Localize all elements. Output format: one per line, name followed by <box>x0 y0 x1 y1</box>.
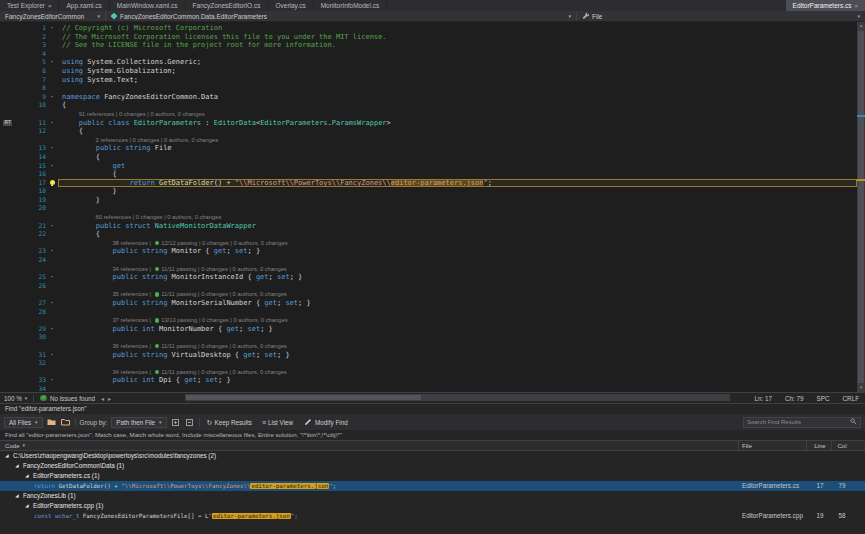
code-line[interactable]: 91 references | 0 changes | 0 authors, 0… <box>58 110 857 119</box>
fold-margin[interactable]: ▾ <box>46 58 58 67</box>
column-col[interactable]: Col <box>833 441 851 450</box>
code-line[interactable]: } <box>58 187 857 196</box>
expander-icon[interactable]: ◢ <box>14 491 20 501</box>
code-line[interactable] <box>58 333 857 342</box>
fold-margin[interactable]: ▾ <box>46 273 58 282</box>
editor-row[interactable]: 10{ <box>0 101 857 110</box>
code-line[interactable]: public string VirtualDesktop { get; set;… <box>58 351 857 360</box>
fold-margin[interactable] <box>46 368 58 377</box>
files-filter-dropdown[interactable]: All Files ▾ <box>4 417 43 428</box>
fold-margin[interactable] <box>46 67 58 76</box>
breakpoint-margin[interactable] <box>0 127 26 136</box>
code-line[interactable]: { <box>58 101 857 110</box>
code-line[interactable]: 36 references | 11/11 passing | 0 change… <box>58 342 857 351</box>
fold-margin[interactable] <box>46 187 58 196</box>
column-indicator[interactable]: Ch: 79 <box>785 395 804 402</box>
editor-row[interactable]: 8 <box>0 84 857 93</box>
editor-row[interactable]: 91 references | 0 changes | 0 authors, 0… <box>0 110 857 119</box>
fold-margin[interactable] <box>46 76 58 85</box>
editor-row[interactable]: 60 references | 0 changes | 0 authors, 0… <box>0 213 857 222</box>
column-file[interactable]: File <box>742 441 752 450</box>
fold-arrow-icon[interactable]: ▾ <box>51 163 54 168</box>
code-line[interactable]: 35 references | 11/11 passing | 0 change… <box>58 290 857 299</box>
open-containing-folder-icon[interactable] <box>47 417 57 427</box>
breakpoint-margin[interactable] <box>0 273 26 282</box>
fold-margin[interactable] <box>46 282 58 291</box>
breakpoint-margin[interactable] <box>0 351 26 360</box>
expander-icon[interactable]: ◢ <box>24 501 30 511</box>
results-tree[interactable]: ◢C:\Users\zhaopengwang\Desktop\powertoys… <box>0 451 865 534</box>
document-tab[interactable]: Overlay.cs <box>268 0 313 11</box>
fold-margin[interactable]: ▾ <box>46 24 58 33</box>
code-line[interactable]: public int Dpi { get; set; } <box>58 376 857 385</box>
editor-row[interactable]: 1▾// Copyright (c) Microsoft Corporation <box>0 24 857 33</box>
editor-row[interactable]: 14 { <box>0 153 857 162</box>
editor-row[interactable]: 2 references | 0 changes | 0 authors, 0 … <box>0 136 857 145</box>
editor-row[interactable]: 2// The Microsoft Corporation licenses t… <box>0 33 857 42</box>
editor-row[interactable]: 12 { <box>0 127 857 136</box>
fold-margin[interactable] <box>46 359 58 368</box>
breakpoint-margin[interactable] <box>0 265 26 274</box>
fold-margin[interactable] <box>46 41 58 50</box>
fold-arrow-icon[interactable]: ▾ <box>51 94 54 99</box>
fold-margin[interactable] <box>46 385 58 392</box>
codelens[interactable]: 38 references | 12/12 passing | 0 change… <box>62 239 288 248</box>
editor-row[interactable]: 35 references | 11/11 passing | 0 change… <box>0 290 857 299</box>
fold-arrow-icon[interactable]: ▾ <box>51 145 54 150</box>
breakpoint-margin[interactable] <box>0 187 26 196</box>
breakpoint-margin[interactable] <box>0 222 26 231</box>
fold-arrow-icon[interactable]: ▾ <box>51 326 54 331</box>
code-line[interactable]: 34 references | 11/11 passing | 0 change… <box>58 265 857 274</box>
zoom-dropdown[interactable]: 100 % ▾ <box>0 395 31 402</box>
fold-arrow-icon[interactable]: ▾ <box>51 248 54 253</box>
code-line[interactable]: using System.Globalization; <box>58 67 857 76</box>
code-line[interactable] <box>58 282 857 291</box>
find-result-group[interactable]: ◢FancyZonesEditorCommon\Data (1) <box>0 461 865 471</box>
code-line[interactable]: 34 references | 11/11 passing | 0 change… <box>58 368 857 377</box>
breakpoint-margin[interactable] <box>0 41 26 50</box>
scroll-down-icon[interactable]: ▼ <box>857 384 865 392</box>
editor-row[interactable]: 21▾ public struct NativeMonitorDataWrapp… <box>0 222 857 231</box>
editor-row[interactable]: 24 <box>0 256 857 265</box>
code-line[interactable] <box>58 359 857 368</box>
breakpoint-margin[interactable] <box>0 256 26 265</box>
editor-row[interactable]: 6using System.Globalization; <box>0 67 857 76</box>
editor-row[interactable]: 30 <box>0 333 857 342</box>
breakpoint-margin[interactable] <box>0 153 26 162</box>
code-editor[interactable]: 1▾// Copyright (c) Microsoft Corporation… <box>0 22 865 392</box>
breakpoint-margin[interactable] <box>0 333 26 342</box>
tab-editorparameters-active[interactable]: EditorParameters.cs × <box>786 0 865 11</box>
scrollbar-thumb[interactable] <box>186 395 421 400</box>
editor-row[interactable]: 32 <box>0 359 857 368</box>
column-code[interactable]: Code ▾ <box>5 441 25 450</box>
breakpoint-margin[interactable] <box>0 162 26 171</box>
code-line[interactable]: { <box>58 230 857 239</box>
fold-margin[interactable] <box>46 84 58 93</box>
breakpoint-margin[interactable] <box>0 76 26 85</box>
editor-row[interactable]: 37 references | 13/13 passing | 0 change… <box>0 316 857 325</box>
code-line[interactable] <box>58 84 857 93</box>
breakpoint-margin[interactable] <box>0 136 26 145</box>
code-line[interactable]: 37 references | 13/13 passing | 0 change… <box>58 316 857 325</box>
code-lines[interactable]: 1▾// Copyright (c) Microsoft Corporation… <box>0 24 857 392</box>
breakpoint-margin[interactable] <box>0 247 26 256</box>
fold-margin[interactable] <box>46 239 58 248</box>
code-line[interactable]: public string MonitorInstanceId { get; s… <box>58 273 857 282</box>
breakpoint-margin[interactable] <box>0 376 26 385</box>
editor-row[interactable]: 3// See the LICENSE file in the project … <box>0 41 857 50</box>
fold-margin[interactable] <box>46 308 58 317</box>
editor-row[interactable]: 28 <box>0 308 857 317</box>
prev-issue-icon[interactable]: ◂ <box>99 395 106 402</box>
code-line[interactable]: { <box>58 127 857 136</box>
fold-arrow-icon[interactable]: ▾ <box>51 25 54 30</box>
expander-icon[interactable]: ◢ <box>4 451 10 461</box>
breakpoint-margin[interactable] <box>0 282 26 291</box>
close-icon[interactable]: × <box>854 3 858 9</box>
breakpoint-margin[interactable] <box>0 342 26 351</box>
breakpoint-margin[interactable] <box>0 84 26 93</box>
fold-margin[interactable] <box>46 153 58 162</box>
breakpoint-margin[interactable] <box>0 93 26 102</box>
fold-margin[interactable] <box>46 230 58 239</box>
editor-vertical-scrollbar[interactable]: ▲ ▼ <box>857 22 865 392</box>
breakpoint-margin[interactable] <box>0 58 26 67</box>
